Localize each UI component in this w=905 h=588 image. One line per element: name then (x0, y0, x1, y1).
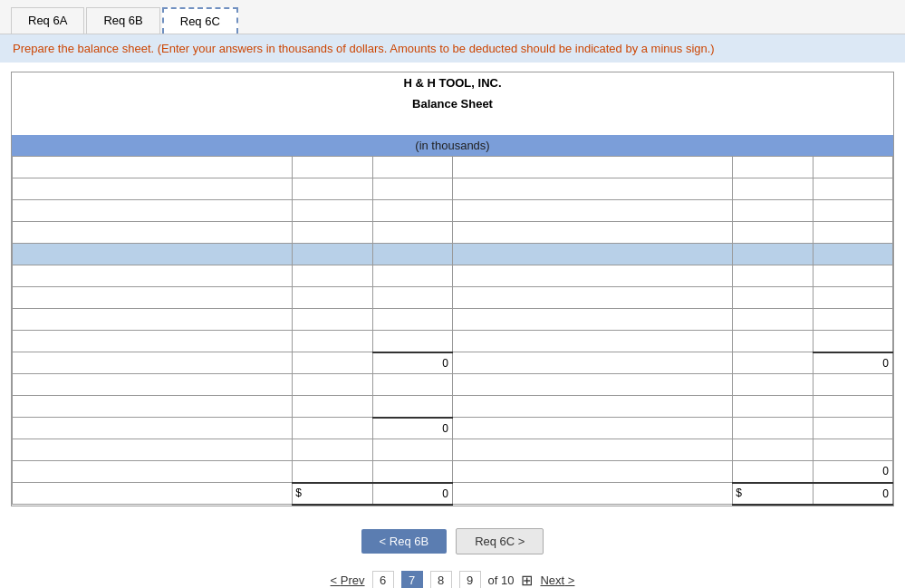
subtotal-amt-input[interactable] (377, 422, 448, 435)
tab-req6a[interactable]: Req 6A (11, 7, 84, 34)
amt-input[interactable] (817, 334, 889, 347)
label-input[interactable] (16, 248, 288, 261)
amt-input[interactable] (296, 161, 368, 174)
final-amt-input[interactable] (377, 487, 448, 500)
amt-input[interactable] (377, 227, 448, 239)
amt-input[interactable] (296, 400, 368, 413)
amt-input[interactable] (737, 465, 808, 477)
amt-input[interactable] (296, 313, 368, 326)
amt-input[interactable] (296, 292, 368, 304)
total-amt-input[interactable] (377, 357, 448, 370)
label-input[interactable] (457, 292, 728, 304)
amt-input[interactable] (817, 292, 889, 304)
amt-input[interactable] (296, 270, 368, 283)
amt-input[interactable] (737, 205, 808, 217)
label-input[interactable] (457, 422, 728, 435)
amt-input[interactable] (817, 313, 889, 326)
amt-input[interactable] (377, 270, 448, 283)
amt-input[interactable] (377, 248, 448, 261)
label-input[interactable] (457, 183, 728, 196)
label-input[interactable] (16, 379, 288, 391)
amt-input[interactable] (296, 335, 368, 348)
label-input[interactable] (16, 183, 288, 196)
amt-input[interactable] (296, 183, 368, 196)
amt-input[interactable] (817, 400, 889, 413)
amt-input[interactable] (817, 248, 889, 261)
amt-input[interactable] (737, 379, 808, 391)
amt-input[interactable] (296, 248, 368, 261)
amt-input[interactable] (737, 183, 808, 196)
label-input[interactable] (457, 248, 728, 261)
amt-input[interactable] (737, 227, 808, 239)
amt-input[interactable] (296, 379, 368, 391)
prev-req-button[interactable]: < Req 6B (361, 529, 448, 554)
amt-input[interactable] (377, 400, 448, 412)
next-page-link[interactable]: Next > (540, 574, 574, 587)
amt-input[interactable] (817, 444, 889, 457)
label-input[interactable] (16, 205, 288, 217)
label-input[interactable] (457, 487, 728, 500)
amt-input[interactable] (817, 205, 889, 217)
amt-input[interactable] (377, 444, 448, 457)
amt-input[interactable] (377, 292, 448, 304)
prev-page-link[interactable]: < Prev (331, 574, 365, 587)
label-input[interactable] (16, 292, 288, 304)
amt-input[interactable] (296, 422, 368, 435)
amt-input[interactable] (377, 334, 448, 347)
page-6[interactable]: 6 (372, 571, 394, 589)
label-input[interactable] (16, 227, 288, 239)
amt-input[interactable] (296, 227, 368, 239)
amt-input[interactable] (377, 183, 448, 196)
amt-input[interactable] (737, 335, 808, 348)
page-8[interactable]: 8 (430, 571, 452, 589)
page-7[interactable]: 7 (401, 571, 423, 589)
label-input[interactable] (457, 335, 728, 348)
amt-input[interactable] (737, 444, 808, 457)
tab-req6b[interactable]: Req 6B (86, 7, 159, 34)
label-input[interactable] (16, 422, 288, 435)
amt-input[interactable] (817, 422, 889, 435)
amt-input[interactable] (737, 270, 808, 283)
page-9[interactable]: 9 (459, 571, 481, 589)
amt-input[interactable] (377, 205, 448, 217)
next-req-button[interactable]: Req 6C > (456, 528, 544, 554)
amt-input[interactable] (737, 357, 808, 370)
amt-input[interactable] (377, 313, 448, 326)
grid-view-icon[interactable]: ⊞ (521, 572, 533, 589)
amt-input[interactable] (817, 465, 889, 477)
amt-input[interactable] (296, 357, 368, 370)
amt-input[interactable] (817, 270, 889, 283)
amt-input[interactable] (296, 205, 368, 217)
amt-input[interactable] (817, 161, 889, 174)
label-input[interactable] (457, 379, 728, 391)
amt-input[interactable] (817, 227, 889, 239)
amt-input[interactable] (737, 161, 808, 174)
amt-input[interactable] (296, 465, 368, 477)
label-input[interactable] (457, 466, 728, 478)
label-input[interactable] (16, 400, 288, 413)
label-input[interactable] (16, 444, 288, 457)
final-amt-input[interactable] (817, 487, 889, 500)
amt-input[interactable] (817, 183, 889, 196)
amt-input[interactable] (817, 379, 889, 391)
amt-input[interactable] (377, 465, 448, 477)
total-amt-input[interactable] (817, 357, 889, 370)
amt-input[interactable] (737, 248, 808, 261)
label-input[interactable] (457, 400, 728, 413)
label-input[interactable] (457, 205, 728, 217)
label-input[interactable] (457, 161, 728, 174)
amt-input[interactable] (737, 313, 808, 326)
label-input[interactable] (457, 313, 728, 326)
amt-input[interactable] (377, 379, 448, 391)
label-input[interactable] (16, 313, 288, 326)
amt-input[interactable] (737, 422, 808, 435)
amt-input[interactable] (377, 161, 448, 174)
label-input[interactable] (16, 270, 288, 283)
label-input[interactable] (16, 466, 288, 478)
label-input[interactable] (457, 270, 728, 283)
tab-req6c[interactable]: Req 6C (162, 7, 238, 34)
amt-input[interactable] (737, 292, 808, 304)
label-input[interactable] (16, 161, 288, 174)
label-input[interactable] (457, 227, 728, 239)
amt-input[interactable] (737, 400, 808, 413)
